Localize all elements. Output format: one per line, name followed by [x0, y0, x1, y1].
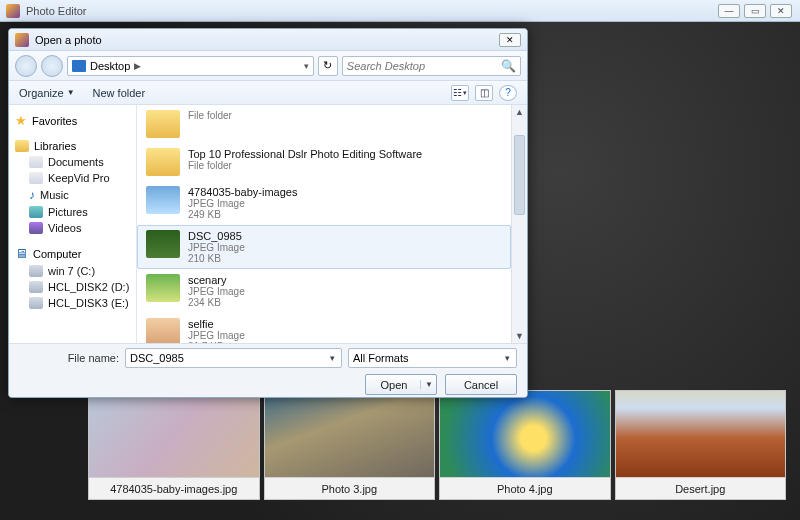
thumbnail-card[interactable]: 4784035-baby-images.jpg	[88, 390, 260, 500]
file-row[interactable]: selfie JPEG Image 81.7 KB	[137, 313, 511, 343]
file-type: JPEG Image	[188, 330, 245, 341]
file-size: 249 KB	[188, 209, 297, 220]
organize-menu[interactable]: Organize▼	[19, 87, 75, 99]
dialog-navbar: Desktop ▶ ▾ ↻ 🔍	[9, 51, 527, 81]
scroll-up-icon[interactable]: ▲	[512, 105, 527, 119]
nav-music[interactable]: ♪Music	[13, 186, 132, 204]
app-titlebar: Photo Editor — ▭ ✕	[0, 0, 800, 22]
refresh-button[interactable]: ↻	[318, 56, 338, 76]
folder-icon	[146, 148, 180, 176]
dialog-main: ★Favorites Libraries Documents KeepVid P…	[9, 105, 527, 343]
open-button[interactable]: Open	[365, 374, 437, 395]
file-type: JPEG Image	[188, 286, 245, 297]
image-thumb-icon	[146, 230, 180, 258]
address-dropdown-icon[interactable]: ▾	[304, 61, 309, 71]
file-row[interactable]: File folder	[137, 105, 511, 143]
help-button[interactable]: ?	[499, 85, 517, 101]
file-name: selfie	[188, 318, 245, 330]
dialog-titlebar: Open a photo ✕	[9, 29, 527, 51]
drive-icon	[29, 297, 43, 309]
app-icon	[29, 172, 43, 184]
nav-computer[interactable]: 🖥Computer	[13, 244, 132, 263]
drive-icon	[29, 265, 43, 277]
thumbnail-label: 4784035-baby-images.jpg	[89, 477, 259, 499]
desktop-icon	[72, 60, 86, 72]
dialog-bottom: File name: ▾ All Formats ▾ Open Cancel	[9, 343, 527, 397]
nav-documents[interactable]: Documents	[13, 154, 132, 170]
search-icon: 🔍	[501, 59, 516, 73]
preview-pane-button[interactable]: ◫	[475, 85, 493, 101]
file-row[interactable]: Top 10 Professional Dslr Photo Editing S…	[137, 143, 511, 181]
scroll-down-icon[interactable]: ▼	[512, 329, 527, 343]
nav-back-button[interactable]	[15, 55, 37, 77]
view-mode-button[interactable]: ☷▾	[451, 85, 469, 101]
image-thumb-icon	[146, 186, 180, 214]
nav-forward-button[interactable]	[41, 55, 63, 77]
open-file-dialog: Open a photo ✕ Desktop ▶ ▾ ↻ 🔍 Organize▼…	[8, 28, 528, 398]
search-box[interactable]: 🔍	[342, 56, 521, 76]
thumbnail-image	[440, 391, 610, 477]
filename-input[interactable]	[130, 352, 328, 364]
document-icon	[29, 156, 43, 168]
file-name: Top 10 Professional Dslr Photo Editing S…	[188, 148, 422, 160]
image-thumb-icon	[146, 318, 180, 343]
app-logo-icon	[6, 4, 20, 18]
thumbnail-image	[89, 391, 259, 477]
thumbnail-label: Photo 4.jpg	[440, 477, 610, 499]
thumbnail-card[interactable]: Photo 4.jpg	[439, 390, 611, 500]
nav-pane: ★Favorites Libraries Documents KeepVid P…	[9, 105, 137, 343]
dialog-title: Open a photo	[35, 34, 102, 46]
folder-icon	[146, 110, 180, 138]
music-icon: ♪	[29, 188, 35, 202]
videos-icon	[29, 222, 43, 234]
nav-drive-d[interactable]: HCL_DISK2 (D:)	[13, 279, 132, 295]
computer-icon: 🖥	[15, 246, 28, 261]
file-list-scrollbar[interactable]: ▲ ▼	[511, 105, 527, 343]
nav-pictures[interactable]: Pictures	[13, 204, 132, 220]
file-name: DSC_0985	[188, 230, 245, 242]
scroll-thumb[interactable]	[514, 135, 525, 215]
dialog-close-button[interactable]: ✕	[499, 33, 521, 47]
window-minimize-button[interactable]: —	[718, 4, 740, 18]
file-name: 4784035-baby-images	[188, 186, 297, 198]
cancel-button[interactable]: Cancel	[445, 374, 517, 395]
thumbnail-card[interactable]: Photo 3.jpg	[264, 390, 436, 500]
file-row-selected[interactable]: DSC_0985 JPEG Image 210 KB	[137, 225, 511, 269]
search-input[interactable]	[347, 60, 501, 72]
nav-favorites[interactable]: ★Favorites	[13, 111, 132, 130]
filter-combo[interactable]: All Formats ▾	[348, 348, 517, 368]
filename-label: File name:	[19, 352, 119, 364]
thumbnail-card[interactable]: Desert.jpg	[615, 390, 787, 500]
nav-videos[interactable]: Videos	[13, 220, 132, 236]
chevron-down-icon[interactable]: ▾	[503, 353, 512, 363]
nav-drive-c[interactable]: win 7 (C:)	[13, 263, 132, 279]
app-window: Photo Editor — ▭ ✕ 4784035-baby-images.j…	[0, 0, 800, 520]
file-row[interactable]: scenary JPEG Image 234 KB	[137, 269, 511, 313]
file-name: scenary	[188, 274, 245, 286]
image-thumb-icon	[146, 274, 180, 302]
thumbnail-label: Desert.jpg	[616, 477, 786, 499]
nav-libraries[interactable]: Libraries	[13, 138, 132, 154]
file-type: JPEG Image	[188, 242, 245, 253]
file-list-pane: File folder Top 10 Professional Dslr Pho…	[137, 105, 527, 343]
nav-drive-e[interactable]: HCL_DISK3 (E:)	[13, 295, 132, 311]
file-type: File folder	[188, 110, 232, 121]
nav-keepvid[interactable]: KeepVid Pro	[13, 170, 132, 186]
filename-combo[interactable]: ▾	[125, 348, 342, 368]
file-type: JPEG Image	[188, 198, 297, 209]
thumbnail-strip: 4784035-baby-images.jpg Photo 3.jpg Phot…	[88, 390, 786, 500]
file-size: 234 KB	[188, 297, 245, 308]
file-row[interactable]: 4784035-baby-images JPEG Image 249 KB	[137, 181, 511, 225]
thumbnail-image	[265, 391, 435, 477]
dialog-icon	[15, 33, 29, 47]
pictures-icon	[29, 206, 43, 218]
window-maximize-button[interactable]: ▭	[744, 4, 766, 18]
app-title: Photo Editor	[26, 5, 794, 17]
address-bar[interactable]: Desktop ▶ ▾	[67, 56, 314, 76]
breadcrumb-arrow-icon: ▶	[134, 61, 141, 71]
thumbnail-image	[616, 391, 786, 477]
chevron-down-icon[interactable]: ▾	[328, 353, 337, 363]
file-type: File folder	[188, 160, 422, 171]
window-close-button[interactable]: ✕	[770, 4, 792, 18]
new-folder-button[interactable]: New folder	[93, 87, 146, 99]
